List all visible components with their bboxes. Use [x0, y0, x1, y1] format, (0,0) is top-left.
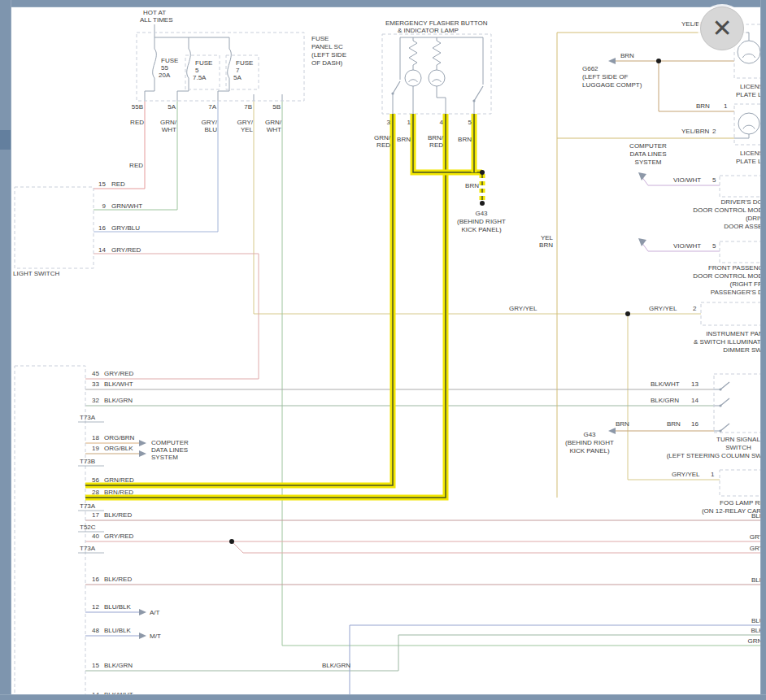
diagram-label: M/T: [150, 633, 161, 640]
diagram-label: PASSENGER'S DO: [711, 289, 766, 296]
diagram-label: 55B: [132, 103, 143, 111]
connector-label: T73A: [80, 414, 96, 421]
resistor-icon: [409, 37, 417, 70]
diagram-label: SYSTEM: [151, 454, 178, 461]
connector-label: T73B: [80, 458, 95, 465]
diagram-label: HOT AT: [143, 9, 166, 16]
wiring-diagram-canvas[interactable]: T73AT73BT73AT52CT73AHOT ATALL TIMESFUSE5…: [0, 0, 766, 700]
diagram-label: GRY/BLU: [111, 224, 140, 232]
wire[interactable]: [85, 635, 766, 671]
diagram-label: 1: [407, 119, 411, 126]
wire[interactable]: [254, 101, 701, 314]
diagram-label: OF DASH): [311, 59, 343, 67]
junction-dot: [625, 311, 630, 316]
diagram-label: BLK/GRN: [651, 397, 679, 404]
diagram-label: YEL/BRN: [681, 128, 709, 135]
diagram-label: FUSE: [236, 59, 253, 67]
diagram-label: DATA LINES: [151, 446, 188, 454]
diagram-label: 5B: [272, 103, 281, 111]
lamp-filament-icon: [743, 125, 755, 128]
wire[interactable]: [85, 254, 259, 379]
switch-pivot-icon: [391, 92, 394, 94]
window-frame-top: [0, 0, 766, 7]
lamp-icon: [738, 113, 759, 134]
switch-lever-icon: [393, 81, 400, 93]
diagram-label: 32: [92, 397, 99, 404]
diagram-label: GRN/WHT: [111, 202, 142, 210]
diagram-label: 33: [92, 380, 99, 388]
diagram-label: 5A: [233, 74, 242, 81]
diagram-label: (LEFT STEERING COLUMN SWIT: [667, 452, 766, 459]
wire[interactable]: [437, 86, 446, 114]
diagram-label: 48: [92, 627, 99, 634]
diagram-label: RED: [376, 141, 390, 149]
fog-relay-box: [720, 470, 766, 496]
diagram-label: BLK/RED: [104, 511, 132, 519]
switch-pivot-icon: [719, 404, 721, 407]
window-frame-notch: [0, 130, 11, 150]
diagram-label: 28: [92, 489, 99, 496]
highlighted-wire[interactable]: [85, 114, 393, 485]
diagram-label: 15: [92, 662, 99, 669]
diagram-label: GRY/RED: [104, 370, 134, 377]
lamp-icon: [405, 70, 421, 86]
diagram-label: SWITCH: [725, 444, 751, 451]
diagram-label: BRN/RED: [104, 489, 133, 496]
diagram-label: BLU: [204, 126, 217, 133]
wire[interactable]: [350, 625, 766, 700]
diagram-label: RED: [129, 162, 143, 169]
diagram-label: FRONT PASSENGE: [708, 264, 766, 272]
diagram-label: FOG LAMP REL: [720, 499, 766, 507]
diagram-label: ORG/BLK: [104, 445, 133, 452]
switch-lever-icon: [474, 86, 483, 101]
diagram-label: EMERGENCY FLASHER BUTTON: [385, 20, 488, 27]
diagram-label: 3: [387, 119, 391, 126]
close-button[interactable]: ✕: [700, 7, 744, 50]
diagram-label: 16: [92, 576, 99, 583]
diagram-label: GRY/RED: [111, 246, 141, 254]
diagram-label: 4: [440, 119, 444, 126]
diagram-label: RED: [130, 119, 144, 126]
wire[interactable]: [94, 101, 177, 210]
wire[interactable]: [232, 541, 766, 553]
diagram-label: WHT: [162, 126, 176, 133]
diagram-label: BRN: [667, 420, 681, 428]
diagram-label: GRN/: [374, 134, 391, 141]
wire[interactable]: [177, 78, 189, 101]
diagram-label: BLU/BLK: [104, 627, 132, 634]
arrow-icon: [638, 238, 646, 246]
diagram-label: 7A: [208, 103, 216, 111]
diagram-label: RED: [111, 180, 125, 188]
diagram-label: & INDICATOR LAMP: [398, 27, 459, 34]
highlighted-wire-core: [85, 114, 393, 485]
diagram-label: 19: [92, 445, 99, 452]
diagram-label: (LEFT SIDE: [311, 51, 346, 59]
diagram-label: GRN/: [265, 119, 282, 126]
diagram-label: RED: [429, 141, 443, 149]
switch-lever-icon: [720, 424, 729, 431]
diagram-label: 5A: [168, 103, 176, 111]
diagram-label: FUSE: [195, 59, 212, 67]
lamp-filament-icon: [742, 54, 755, 58]
wire[interactable]: [94, 101, 145, 189]
diagram-label: (LEFT SIDE OF: [582, 73, 628, 80]
diagram-label: (BEHIND RIGHT: [565, 439, 614, 446]
diagram-label: 7.5A: [193, 74, 207, 81]
diagram-label: DATA LINES: [629, 150, 666, 158]
diagram-label: 40: [92, 533, 99, 540]
diagram-label: GRY/: [237, 119, 254, 126]
lamp-filament-icon: [409, 80, 418, 82]
diagram-label: GRY/YEL: [672, 471, 700, 478]
diagram-label: ORG/BRN: [104, 434, 135, 441]
wire[interactable]: [734, 134, 749, 138]
diagram-label: BLK/GRN: [104, 662, 133, 669]
diagram-label: BLK/RED: [104, 576, 132, 583]
fuse-icon: [187, 49, 191, 78]
junction-dot: [480, 170, 485, 175]
diagram-label: GRY/RED: [104, 533, 134, 540]
diagram-label: 14: [691, 397, 699, 404]
diagram-label: TURN SIGNAL: [716, 436, 760, 443]
diagram-label: INSTRUMENT PANE: [706, 330, 766, 337]
wire[interactable]: [94, 101, 218, 232]
wire[interactable]: [145, 78, 155, 101]
